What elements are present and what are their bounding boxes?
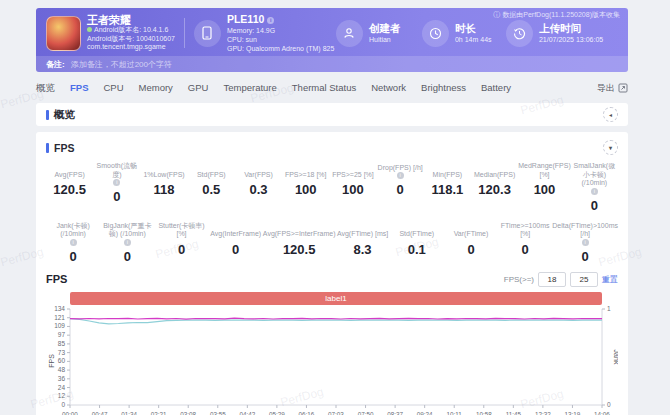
- stat-value: 100: [282, 182, 329, 197]
- x-tick-label: 14:06: [594, 411, 610, 415]
- stat: Var(FTime)0: [444, 222, 498, 264]
- x-tick-label: 04:42: [239, 411, 255, 415]
- tab-Network[interactable]: Network: [371, 82, 406, 95]
- collapse-left-icon: ◂: [609, 111, 612, 118]
- x-tick-label: 10:58: [476, 411, 492, 415]
- y-tick-label: 60: [58, 357, 66, 364]
- y-tick-label: 12: [58, 392, 66, 399]
- fps-chart-header: FPS FPS(>=) 重置: [46, 272, 618, 287]
- x-tick-label: 13:19: [565, 411, 581, 415]
- stat: 1%Low(FPS)118: [140, 162, 187, 213]
- device-memory: Memory: 14.9G: [227, 26, 334, 35]
- upload-info: 上传时间 21/07/2025 13:06:05: [506, 20, 618, 47]
- duration-label: 时长: [455, 22, 492, 35]
- x-tick-label: 00:47: [92, 411, 108, 415]
- stat-value: 0: [100, 249, 154, 264]
- stat-label: FPS>=18 [%]: [282, 162, 329, 179]
- tab-Temperature[interactable]: Temperature: [223, 82, 276, 95]
- overview-section-title: 概览: [46, 108, 75, 122]
- tab-Battery[interactable]: Battery: [481, 82, 511, 95]
- stat-value: 0: [571, 198, 618, 213]
- y-tick-label: 0: [61, 401, 65, 408]
- x-tick-label: 02:21: [151, 411, 167, 415]
- export-label: 导出: [597, 82, 615, 95]
- app-version-name: Android版本名: 10.4.1.6: [87, 26, 175, 35]
- overview-title: 概览: [54, 108, 75, 122]
- fps-threshold-controls: FPS(>=) 重置: [504, 272, 618, 287]
- creator-label: 创建者: [369, 22, 401, 35]
- x-tick-label: 12:32: [535, 411, 551, 415]
- tab-Memory[interactable]: Memory: [139, 82, 173, 95]
- x-tick-label: 03:55: [210, 411, 226, 415]
- app-version-code: Android版本号: 1004010607: [87, 35, 175, 44]
- fps-threshold-input-2[interactable]: [570, 272, 598, 287]
- info-icon[interactable]: i: [113, 179, 120, 186]
- stat: Stutter(卡顿率) [%]0: [154, 222, 208, 264]
- stat: Avg(FPS)120.5: [46, 162, 93, 213]
- stat-label: Std(FPS): [188, 162, 235, 179]
- stat-value: 8.3: [335, 242, 389, 257]
- app-icon: [46, 16, 81, 51]
- stat-label: Avg(FPS>=InterFrame): [263, 222, 336, 239]
- y-axis-title-left: FPS: [48, 353, 55, 367]
- tab-CPU[interactable]: CPU: [103, 82, 123, 95]
- x-tick-label: 08:37: [387, 411, 403, 415]
- stat: MedRange(FPS)[%]100: [518, 162, 571, 213]
- fps-threshold-input-1[interactable]: [538, 272, 566, 287]
- overview-card: 概览 ◂: [36, 103, 628, 126]
- stat-value: 100: [518, 182, 571, 197]
- fps-title: FPS: [54, 142, 74, 154]
- jank-label-band: label1: [70, 292, 602, 305]
- fps-stats-row-2: Jank(卡顿) (/10min)i0BigJank(严重卡顿) (/10min…: [46, 222, 618, 264]
- stat: Var(FPS)0.3: [235, 162, 282, 213]
- perfdog-report-page: ⓘ 数据由PerfDog(11.1.250208)版本收集 王者荣耀 Andro…: [0, 0, 670, 415]
- overview-collapse-button[interactable]: ◂: [603, 107, 618, 122]
- stat-value: 0: [154, 242, 208, 257]
- export-button[interactable]: 导出: [597, 82, 628, 95]
- y-axis-title-right: Jank: [613, 349, 618, 364]
- x-tick-label: 06:16: [299, 411, 315, 415]
- info-icon[interactable]: i: [591, 188, 598, 195]
- tab-Thermal Status[interactable]: Thermal Status: [292, 82, 356, 95]
- stat-value: 0: [552, 249, 618, 264]
- stat-label: 1%Low(FPS): [140, 162, 187, 179]
- info-icon[interactable]: i: [397, 172, 404, 179]
- fps-section-title: FPS ▾: [46, 140, 618, 155]
- tab-GPU[interactable]: GPU: [188, 82, 209, 95]
- stat-label: FTime>=100ms [%]: [498, 222, 552, 239]
- y-tick-label: 85: [58, 339, 66, 346]
- device-info-icon[interactable]: i: [267, 17, 274, 24]
- stat-value: 120.3: [471, 182, 518, 197]
- stat-label: Var(FTime): [444, 222, 498, 239]
- y-tick-label: 109: [54, 322, 65, 329]
- app-info: 王者荣耀 Android版本名: 10.4.1.6 Android版本号: 10…: [46, 14, 175, 52]
- stat-label: Avg(InterFrame): [209, 222, 263, 239]
- tab-FPS[interactable]: FPS: [70, 82, 88, 95]
- info-icon[interactable]: i: [582, 239, 589, 246]
- info-icon[interactable]: i: [124, 239, 131, 246]
- info-icon[interactable]: i: [70, 239, 77, 246]
- note-input[interactable]: 添加备注，不超过200个字符: [71, 59, 172, 70]
- x-tick-label: 01:34: [121, 411, 137, 415]
- stat-label: Drop(FPS) [/h]i: [377, 162, 424, 179]
- reset-link[interactable]: 重置: [602, 274, 618, 285]
- tab-概览[interactable]: 概览: [36, 82, 55, 95]
- y-tick-right-label: 1: [607, 305, 611, 312]
- stat: FPS>=18 [%]100: [282, 162, 329, 213]
- stat: Std(FPS)0.5: [188, 162, 235, 213]
- stat: Smooth(流畅度)i0: [93, 162, 140, 213]
- y-tick-right-label: 0: [607, 401, 611, 408]
- fps-collapse-button[interactable]: ▾: [603, 140, 618, 155]
- device-gpu: GPU: Qualcomm Adreno (TM) 825: [227, 44, 334, 53]
- stat-label: Smooth(流畅度)i: [93, 162, 140, 186]
- stat: BigJank(严重卡顿) (/10min)i0: [100, 222, 154, 264]
- history-icon: [506, 20, 533, 47]
- stat: Avg(FPS>=InterFrame)120.5: [263, 222, 336, 264]
- x-tick-label: 10:11: [447, 411, 463, 415]
- fps-line-chart[interactable]: 134121109978573604836241201000:0000:4701…: [46, 305, 618, 415]
- stat: Avg(InterFrame)0: [209, 222, 263, 264]
- stat-value: 0: [444, 242, 498, 257]
- stat-value: 118: [140, 182, 187, 197]
- stat-value: 0: [377, 182, 424, 197]
- tab-Brightness[interactable]: Brightness: [421, 82, 466, 95]
